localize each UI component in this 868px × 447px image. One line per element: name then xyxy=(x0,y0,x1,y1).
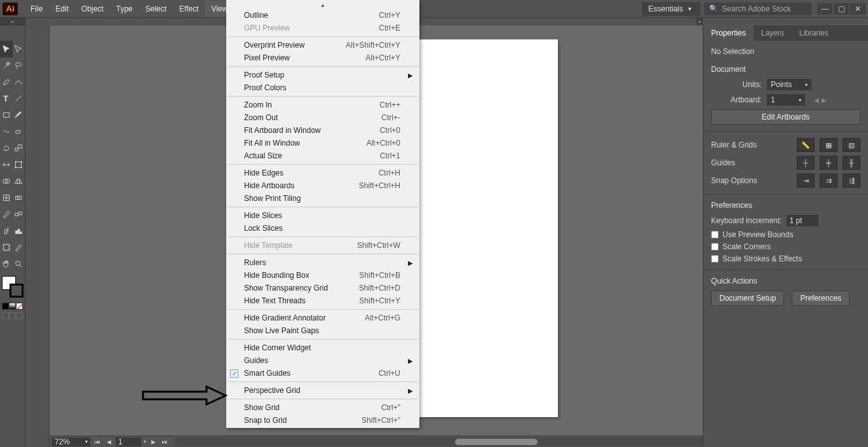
menu-item[interactable]: Show GridCtrl+" xyxy=(226,401,419,414)
menu-type[interactable]: Type xyxy=(110,1,139,17)
tab-layers[interactable]: Layers xyxy=(754,25,792,41)
menu-item[interactable]: Perspective Grid▶ xyxy=(226,384,419,397)
menu-item[interactable]: Hide Text ThreadsShift+Ctrl+Y xyxy=(226,294,419,307)
transparency-grid-icon[interactable]: ▨ xyxy=(843,138,860,152)
paintbrush-tool[interactable] xyxy=(13,107,25,123)
grid-icon[interactable]: ▦ xyxy=(820,138,837,152)
snap-point-icon[interactable]: ⇥ xyxy=(797,174,815,188)
menu-item[interactable]: Lock Slices xyxy=(226,222,419,235)
search-stock-field[interactable]: 🔍 Search Adobe Stock xyxy=(704,3,812,15)
gradient-swatch[interactable] xyxy=(9,303,16,310)
page-select[interactable]: 1 xyxy=(116,437,141,446)
zoom-select[interactable]: 72%▾ xyxy=(52,437,90,446)
eraser-tool[interactable] xyxy=(13,123,25,140)
menu-item[interactable]: ✓Smart GuidesCtrl+U xyxy=(226,367,419,380)
slice-tool[interactable] xyxy=(13,239,25,256)
menu-item[interactable]: Zoom InCtrl++ xyxy=(226,99,419,111)
menu-item[interactable]: Hide Slices xyxy=(226,209,419,222)
edit-artboards-button[interactable]: Edit Artboards xyxy=(711,109,860,125)
perspective-grid-tool[interactable] xyxy=(13,173,25,189)
last-page-button[interactable]: ⏭ xyxy=(160,437,169,446)
selection-tool[interactable] xyxy=(0,41,13,57)
menu-object[interactable]: Object xyxy=(75,1,110,17)
draw-behind[interactable] xyxy=(9,312,16,319)
maximize-button[interactable]: ▢ xyxy=(834,3,849,15)
menu-item[interactable]: OutlineCtrl+Y xyxy=(226,9,419,22)
artboard-tool[interactable] xyxy=(0,239,13,256)
tools-collapse-chevron[interactable]: « xyxy=(0,18,25,25)
hand-tool[interactable] xyxy=(0,256,13,272)
snap-grid-icon[interactable]: ⇉ xyxy=(820,174,837,188)
blend-tool[interactable] xyxy=(13,206,25,223)
minimize-button[interactable]: — xyxy=(817,3,832,15)
menu-item[interactable]: Hide ArtboardsShift+Ctrl+H xyxy=(226,179,419,192)
preview-bounds-checkbox[interactable]: Use Preview Bounds xyxy=(711,230,860,239)
first-page-button[interactable]: ⏮ xyxy=(93,437,102,446)
menu-item[interactable]: Show Print Tiling xyxy=(226,192,419,205)
menu-select[interactable]: Select xyxy=(139,1,173,17)
units-dropdown[interactable]: Points▾ xyxy=(767,79,811,90)
menu-item[interactable]: Hide Bounding BoxShift+Ctrl+B xyxy=(226,269,419,282)
shape-builder-tool[interactable] xyxy=(0,173,13,189)
right-collapse-chevron[interactable]: » xyxy=(696,18,703,25)
color-swatch[interactable] xyxy=(2,303,9,310)
scale-tool[interactable] xyxy=(13,140,25,156)
menu-item[interactable]: Snap to GridShift+Ctrl+" xyxy=(226,414,419,427)
rotate-tool[interactable] xyxy=(0,140,13,156)
menu-effect[interactable]: Effect xyxy=(173,1,205,17)
draw-normal[interactable] xyxy=(2,312,9,319)
menu-item[interactable]: Hide EdgesCtrl+H xyxy=(226,167,419,179)
menu-item[interactable]: Actual SizeCtrl+1 xyxy=(226,149,419,162)
tab-properties[interactable]: Properties xyxy=(703,25,754,41)
close-button[interactable]: ✕ xyxy=(850,3,865,15)
next-page-button[interactable]: ▶ xyxy=(149,437,158,446)
menu-edit[interactable]: Edit xyxy=(49,1,75,17)
preferences-button[interactable]: Preferences xyxy=(792,291,850,306)
prev-artboard-icon[interactable]: ◀ xyxy=(814,97,819,104)
zoom-tool[interactable] xyxy=(13,256,25,272)
menu-item[interactable]: Zoom OutCtrl+- xyxy=(226,111,419,124)
menu-item[interactable]: Overprint PreviewAlt+Shift+Ctrl+Y xyxy=(226,39,419,52)
lasso-tool[interactable] xyxy=(13,57,25,74)
shaper-tool[interactable] xyxy=(0,123,13,140)
menu-item[interactable]: Show Live Paint Gaps xyxy=(226,324,419,337)
width-tool[interactable] xyxy=(0,156,13,173)
type-tool[interactable]: T xyxy=(0,90,13,107)
pen-tool[interactable] xyxy=(0,74,13,90)
free-transform-tool[interactable] xyxy=(13,156,25,173)
menu-scroll-up-icon[interactable]: ▲ xyxy=(226,1,419,9)
document-setup-button[interactable]: Document Setup xyxy=(711,291,784,306)
menu-file[interactable]: File xyxy=(24,1,49,17)
fill-stroke-swatch[interactable] xyxy=(2,276,24,298)
smart-guides-icon[interactable]: ╫ xyxy=(843,156,860,170)
scale-strokes-checkbox[interactable]: Scale Strokes & Effects xyxy=(711,254,860,263)
menu-item[interactable]: Guides▶ xyxy=(226,354,419,367)
rectangle-tool[interactable] xyxy=(0,107,13,123)
menu-item[interactable]: Pixel PreviewAlt+Ctrl+Y xyxy=(226,52,419,64)
menu-item[interactable]: Hide Gradient AnnotatorAlt+Ctrl+G xyxy=(226,312,419,324)
direct-selection-tool[interactable] xyxy=(13,41,25,57)
prev-page-button[interactable]: ◀ xyxy=(104,437,113,446)
menu-item[interactable]: Hide Corner Widget xyxy=(226,341,419,354)
eyedropper-tool[interactable] xyxy=(0,206,13,223)
guides-lock-icon[interactable]: ╪ xyxy=(820,156,837,170)
menu-item[interactable]: Fit Artboard in WindowCtrl+0 xyxy=(226,124,419,137)
menu-item[interactable]: Proof Colors xyxy=(226,81,419,94)
tab-libraries[interactable]: Libraries xyxy=(792,25,836,41)
ruler-icon[interactable]: 📏 xyxy=(797,138,815,152)
snap-pixel-icon[interactable]: ⇶ xyxy=(843,174,860,188)
magic-wand-tool[interactable] xyxy=(0,57,13,74)
curvature-tool[interactable] xyxy=(13,74,25,90)
gradient-tool[interactable] xyxy=(13,189,25,206)
draw-inside[interactable] xyxy=(16,312,23,319)
artboard-dropdown[interactable]: 1▾ xyxy=(767,94,805,106)
line-segment-tool[interactable] xyxy=(13,90,25,107)
workspace-switcher[interactable]: Essentials ▾ xyxy=(642,2,700,16)
scale-corners-checkbox[interactable]: Scale Corners xyxy=(711,242,860,251)
symbol-sprayer-tool[interactable] xyxy=(0,223,13,239)
guides-show-icon[interactable]: ┼ xyxy=(797,156,815,170)
menu-item[interactable]: Fit All in WindowAlt+Ctrl+0 xyxy=(226,137,419,149)
key-increment-input[interactable] xyxy=(787,215,818,226)
menu-item[interactable]: Show Transparency GridShift+Ctrl+D xyxy=(226,282,419,294)
mesh-tool[interactable] xyxy=(0,189,13,206)
